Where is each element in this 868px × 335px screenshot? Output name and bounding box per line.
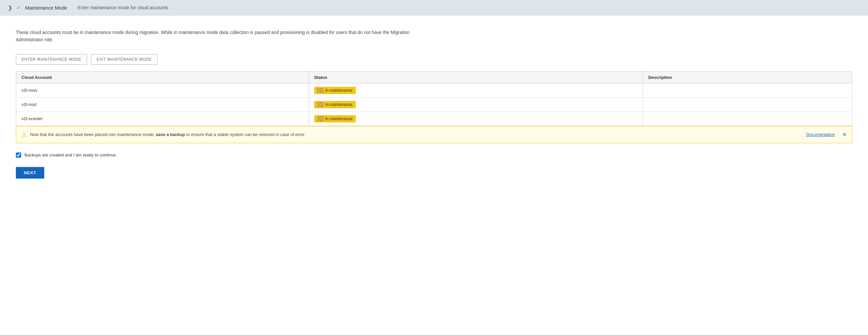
column-header-description: Description [643, 72, 852, 84]
description-cell [643, 112, 852, 126]
warning-banner: ⚠ Now that the accounts have been placed… [16, 126, 852, 143]
account-cell: v2t-nsxt [16, 97, 309, 112]
header-bar: ❯ ✓ Maintenance Mode Enter maintenance m… [0, 0, 868, 16]
maintenance-hatch-icon [317, 102, 323, 107]
table-row: v2t-vcenterIn maintenance [16, 112, 852, 126]
status-text: In maintenance [326, 102, 352, 107]
chevron-icon: ❯ [8, 5, 12, 11]
next-button[interactable]: NEXT [16, 167, 44, 179]
table-header-row: Cloud Account Status Description [16, 72, 852, 84]
enter-maintenance-button[interactable]: ENTER MAINTENANCE MODE [16, 54, 87, 65]
status-badge: In maintenance [314, 87, 356, 94]
exit-maintenance-button[interactable]: EXIT MAINTENANCE MODE [91, 54, 157, 65]
status-cell: In maintenance [309, 83, 643, 97]
warning-bold-text: save a backup [156, 132, 185, 137]
description-cell [643, 83, 852, 97]
description-cell [643, 97, 852, 112]
close-warning-icon[interactable]: ✕ [842, 131, 846, 138]
header-title: Maintenance Mode [25, 5, 67, 10]
account-cell: v2t-nsxv [16, 83, 309, 97]
warning-icon: ⚠ [22, 131, 27, 138]
cloud-accounts-table: Cloud Account Status Description v2t-nsx… [16, 71, 852, 126]
status-cell: In maintenance [309, 112, 643, 126]
table-row: v2t-nsxvIn maintenance [16, 83, 852, 97]
button-row: ENTER MAINTENANCE MODE EXIT MAINTENANCE … [16, 54, 852, 65]
status-text: In maintenance [326, 88, 352, 93]
header-subtitle: Enter maintenance mode for cloud account… [78, 5, 168, 10]
description-text: These cloud accounts must be in maintena… [16, 29, 412, 43]
column-header-status: Status [309, 72, 643, 84]
account-cell: v2t-vcenter [16, 112, 309, 126]
maintenance-hatch-icon [317, 117, 323, 121]
warning-text-before: Now that the accounts have been placed i… [30, 132, 156, 137]
status-badge: In maintenance [314, 101, 356, 108]
check-icon: ✓ [16, 4, 21, 11]
documentation-link[interactable]: Documentation [806, 132, 835, 137]
backup-checkbox[interactable] [16, 152, 21, 158]
warning-text: Now that the accounts have been placed i… [30, 131, 803, 138]
status-badge: In maintenance [314, 115, 356, 122]
checkbox-row: Backups are created and I am ready to co… [16, 152, 852, 158]
warning-text-after: to ensure that a stable system can be re… [185, 132, 305, 137]
maintenance-hatch-icon [317, 88, 323, 93]
main-content: These cloud accounts must be in maintena… [0, 16, 868, 334]
backup-checkbox-label[interactable]: Backups are created and I am ready to co… [24, 152, 117, 157]
status-text: In maintenance [326, 117, 352, 121]
column-header-account: Cloud Account [16, 72, 309, 84]
table-row: v2t-nsxtIn maintenance [16, 97, 852, 112]
status-cell: In maintenance [309, 97, 643, 112]
